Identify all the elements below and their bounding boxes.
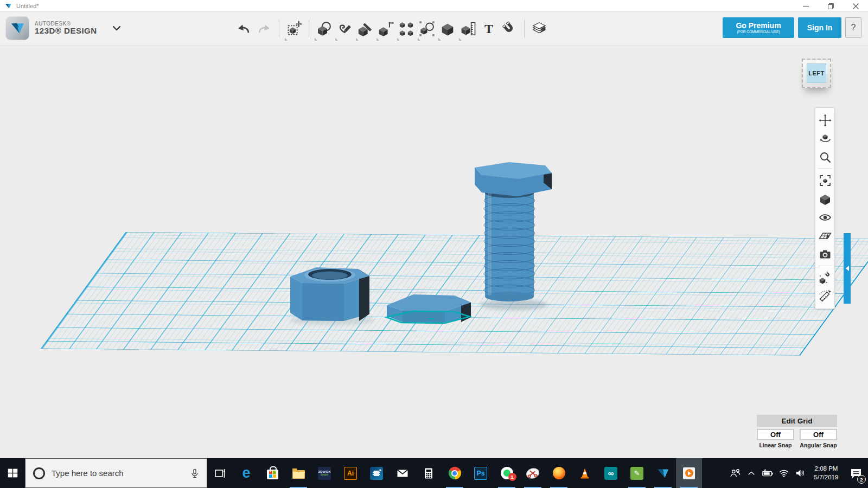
people-button[interactable] <box>727 458 743 488</box>
hex-bolt-model[interactable] <box>475 162 552 301</box>
orbit-icon <box>819 132 832 145</box>
photoshop-button[interactable]: Ps <box>468 458 494 488</box>
chrome-button[interactable] <box>442 458 468 488</box>
hide-button[interactable] <box>817 209 833 226</box>
restore-button[interactable] <box>818 0 843 12</box>
firefox-icon <box>553 467 565 479</box>
windows-logo-icon <box>7 467 18 479</box>
zoom-button[interactable] <box>817 149 833 165</box>
start-button[interactable] <box>0 458 25 488</box>
snap-objects-button[interactable] <box>817 269 833 286</box>
show-hidden-icons-button[interactable] <box>743 458 760 488</box>
vlc-button[interactable] <box>572 458 598 488</box>
123d-design-button[interactable] <box>650 458 676 488</box>
edge-button[interactable]: e <box>233 458 259 488</box>
angular-snap-select[interactable]: Off <box>800 429 837 440</box>
network-button[interactable] <box>776 458 792 488</box>
system-tray: 2:08 PM 5/7/2019 2 <box>727 458 868 488</box>
close-button[interactable] <box>843 0 868 12</box>
pattern-tool-button[interactable] <box>396 16 417 41</box>
whatsapp-icon: 1 <box>501 467 513 479</box>
shading-button[interactable] <box>817 191 833 207</box>
edit-grid-button[interactable]: Edit Grid <box>757 415 837 427</box>
coreldraw-button[interactable]: ✎ <box>624 458 650 488</box>
video-editor-button[interactable]: ✦ <box>363 458 390 488</box>
redo-button[interactable] <box>254 16 275 41</box>
hex-blank-model[interactable] <box>386 294 471 323</box>
toolbar-separator <box>279 20 279 37</box>
modify-icon <box>378 21 394 37</box>
sketch-tool-button[interactable] <box>334 16 355 41</box>
vlc-icon <box>578 467 591 480</box>
toolbar-separator <box>524 20 525 37</box>
screenshot-button[interactable] <box>817 246 833 262</box>
primitives-tool-button[interactable] <box>314 16 334 41</box>
microphone-icon[interactable] <box>189 468 200 479</box>
clock[interactable]: 2:08 PM 5/7/2019 <box>810 465 842 481</box>
linear-snap-select[interactable]: Off <box>757 429 794 440</box>
snap-tool-button[interactable] <box>499 16 520 41</box>
firefox-button[interactable] <box>546 458 572 488</box>
construct-tool-button[interactable] <box>355 16 375 41</box>
undo-button[interactable] <box>233 16 254 41</box>
combine-tool-button[interactable] <box>437 16 458 41</box>
windows-taskbar: e 3DWOX Sindoh Ai ✦ Ps 1 ∞ ✎ <box>0 458 868 488</box>
pen-app-icon: ✎ <box>630 467 643 480</box>
hex-nut-model[interactable] <box>290 267 369 321</box>
go-premium-button[interactable]: Go Premium (FOR COMMERCIAL USE) <box>723 17 794 38</box>
task-view-button[interactable] <box>207 458 233 488</box>
right-panel-tab[interactable] <box>844 233 851 304</box>
people-icon <box>729 467 741 479</box>
taskbar-search[interactable] <box>25 458 207 488</box>
view-cube[interactable]: LEFT <box>802 59 831 88</box>
battery-button[interactable] <box>760 458 776 488</box>
fit-view-button[interactable] <box>817 172 833 189</box>
volume-icon <box>795 467 806 479</box>
transform-tool-button[interactable] <box>284 16 304 41</box>
whatsapp-badge: 1 <box>508 473 516 481</box>
panel-arrow-icon <box>846 266 849 271</box>
mail-button[interactable] <box>390 458 416 488</box>
volume-button[interactable] <box>792 458 808 488</box>
camera-icon <box>819 248 832 261</box>
search-input[interactable] <box>52 468 183 478</box>
grid-visibility-button[interactable] <box>817 228 833 244</box>
modify-tool-button[interactable] <box>375 16 396 41</box>
pattern-icon <box>398 21 414 37</box>
photoshop-icon: Ps <box>474 467 487 480</box>
shaded-cube-icon <box>819 192 832 206</box>
tool-strip: T <box>233 15 550 42</box>
menu-chevron-icon[interactable] <box>112 24 121 33</box>
3dwox-button[interactable]: 3DWOX Sindoh <box>311 458 337 488</box>
materials-tool-button[interactable] <box>529 16 550 41</box>
palette-separator <box>818 266 832 266</box>
media-player-button[interactable] <box>676 458 702 488</box>
cortana-icon <box>33 467 45 479</box>
store-button[interactable] <box>259 458 285 488</box>
calculator-button[interactable] <box>416 458 442 488</box>
arduino-button[interactable]: ∞ <box>598 458 624 488</box>
help-button[interactable]: ? <box>845 17 861 38</box>
grid-controls: Edit Grid Off Off Linear Snap Angular Sn… <box>757 415 837 448</box>
snipping-tool-button[interactable] <box>520 458 546 488</box>
grouping-tool-button[interactable] <box>417 16 437 41</box>
chrome-icon <box>449 467 461 479</box>
3d-viewport[interactable]: LEFT Edit Grid Off Off Linear Snap <box>0 46 868 458</box>
action-center-button[interactable]: 2 <box>844 458 868 488</box>
measure-icon <box>460 21 476 37</box>
pan-button[interactable] <box>817 112 833 129</box>
view-cube-face-label[interactable]: LEFT <box>807 63 826 83</box>
brand-area: AUTODESK® 123D® DESIGN <box>5 16 121 40</box>
illustrator-button[interactable]: Ai <box>337 458 363 488</box>
undo-icon <box>235 21 252 37</box>
measure-tool-button[interactable] <box>458 16 478 41</box>
video-editor-icon: ✦ <box>370 467 383 480</box>
text-tool-button[interactable]: T <box>478 16 499 41</box>
file-explorer-button[interactable] <box>285 458 311 488</box>
minimize-button[interactable] <box>793 0 818 12</box>
whatsapp-button[interactable]: 1 <box>494 458 520 488</box>
orbit-button[interactable] <box>817 131 833 147</box>
measure-nav-button[interactable] <box>817 288 833 304</box>
sign-in-button[interactable]: Sign In <box>798 17 841 38</box>
grid-icon <box>819 229 832 242</box>
